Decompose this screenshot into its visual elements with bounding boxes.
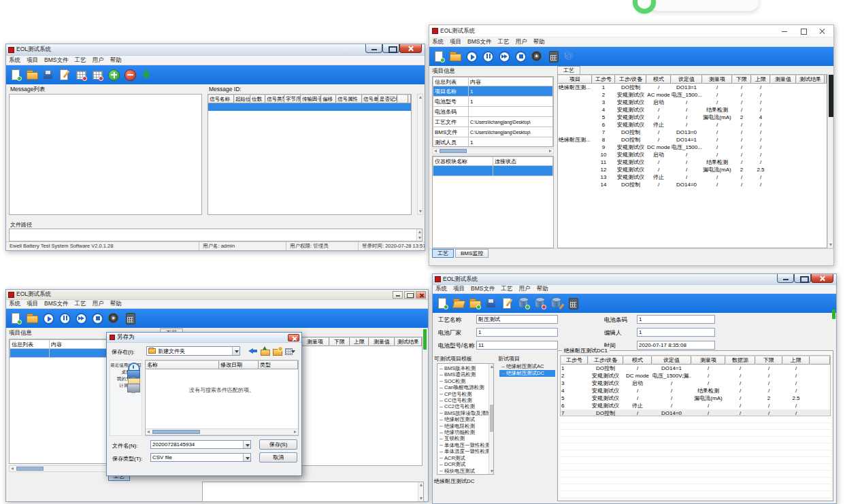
list-item[interactable]: 绝缘功能检测 (437, 429, 488, 435)
battery-barcode-input[interactable] (637, 315, 715, 324)
column-header[interactable]: 信号名称 (208, 95, 234, 103)
column-header[interactable]: 字节序 (284, 95, 301, 103)
new-doc-button[interactable] (10, 312, 22, 325)
column-header[interactable] (397, 95, 408, 103)
dialog-titlebar[interactable]: 另存为 (107, 333, 301, 343)
dropdown-arrow-icon[interactable] (243, 454, 250, 461)
file-name-combo[interactable] (150, 440, 251, 449)
menu-item[interactable]: 工艺 (501, 285, 512, 293)
save-button[interactable] (42, 68, 54, 82)
info-row[interactable]: 工艺文件C:\Users\lichangjiang\Desktop\ (433, 117, 553, 127)
table-row[interactable]: 12安规测试仪//漏电流(mA)22.5 (558, 166, 827, 173)
menu-item[interactable]: BMS文件 (467, 38, 491, 46)
info-row[interactable]: 电池型号1 (433, 97, 553, 107)
menu-item[interactable]: 项目 (27, 56, 38, 65)
table-row[interactable]: 4安规测试仪//结果检测/// (561, 387, 830, 394)
file-type-combo[interactable]: CSV file (150, 453, 251, 462)
menu-item[interactable]: 用户 (515, 38, 527, 46)
play-button[interactable] (42, 312, 54, 325)
maximize-button[interactable] (794, 25, 813, 37)
titlebar[interactable]: EOL测试系统 (429, 25, 833, 37)
horizontal-scrollbar[interactable] (146, 429, 298, 435)
scroll-thumb[interactable] (829, 75, 833, 117)
table-row[interactable]: 3安规测试仪启动///// (561, 380, 830, 387)
scroll-thumb[interactable] (423, 329, 427, 350)
menu-item[interactable]: BMS文件 (44, 56, 68, 65)
menu-item[interactable]: BMS文件 (44, 300, 68, 308)
column-header[interactable]: 起始位 (234, 95, 250, 103)
column-header[interactable]: 工步号 (561, 356, 588, 365)
column-header[interactable] (408, 95, 411, 103)
selected-row[interactable] (208, 103, 411, 111)
table-row[interactable]: 3安规测试仪启动//// (558, 99, 827, 106)
file-list[interactable]: 名称修改日期类型 没有与搜索条件匹配的项。 (145, 360, 299, 436)
list-item[interactable]: 自定义 (437, 474, 488, 475)
pause-button[interactable] (482, 50, 494, 63)
list-item[interactable]: ACR测试 (437, 455, 488, 461)
close-button[interactable] (416, 291, 426, 299)
column-header[interactable]: 信息列表 (433, 78, 469, 86)
open-folder-button[interactable] (449, 50, 461, 63)
column-header[interactable]: 设定值 (652, 356, 691, 365)
group-item[interactable]: 绝缘耐压测试DC (499, 370, 555, 377)
table-row[interactable]: 6安规测试仪停止//// (558, 121, 827, 129)
close-button[interactable] (399, 44, 422, 53)
db-edit-button[interactable] (550, 297, 563, 310)
location-dropdown[interactable]: 新建文件夹 (146, 346, 240, 356)
refresh-button[interactable] (563, 50, 576, 63)
scroll-thumb[interactable] (440, 149, 467, 153)
place-recent[interactable]: 最近使用的项目 (110, 363, 142, 367)
cancel-button[interactable]: 取消 (259, 452, 297, 463)
bottom-tab[interactable]: BMS监控 (455, 249, 488, 258)
scroll-thumb[interactable] (16, 467, 44, 471)
column-header[interactable]: 上限 (782, 356, 810, 365)
file-path-box[interactable] (9, 229, 422, 241)
up-folder-icon[interactable] (260, 346, 271, 356)
message-list-panel[interactable] (9, 94, 202, 215)
list-item[interactable]: BMS版本检测 (437, 365, 488, 371)
column-header[interactable]: 仪器模块名称 (433, 157, 493, 166)
process-table[interactable]: 项目工步号工步/设备模式设定值测量项下限上限测量值测试结果 绝缘耐压测...1D… (557, 74, 827, 248)
dialog-close-button[interactable] (288, 334, 299, 341)
column-header[interactable]: 内容 (469, 78, 553, 86)
table-row[interactable]: 10安规测试仪启动//// (558, 151, 827, 158)
horizontal-scrollbar[interactable] (432, 148, 554, 154)
menu-item[interactable]: 项目 (27, 300, 38, 308)
table-row[interactable]: 2安规测试仪AC mode电压_1500.../// (558, 91, 827, 99)
table-row[interactable]: 绝缘耐压测...1DO控制/DO13=1/// (558, 84, 827, 91)
scroll-thumb[interactable] (152, 430, 200, 434)
column-header[interactable]: 信号单位 (362, 95, 378, 103)
menu-item[interactable]: 帮助 (110, 56, 121, 65)
column-header[interactable]: 名称 (146, 360, 219, 369)
column-header[interactable]: 连接状态 (493, 157, 553, 166)
column-header[interactable]: 模式 (646, 75, 671, 84)
menu-item[interactable]: 工艺 (74, 300, 86, 308)
close-button[interactable] (813, 25, 832, 37)
vertical-scrollbar[interactable] (417, 94, 423, 215)
process-name-input[interactable] (476, 315, 558, 324)
save-button[interactable] (485, 297, 497, 310)
table-row[interactable]: 13安规测试仪停止//// (558, 173, 827, 181)
maximize-button[interactable] (794, 274, 811, 283)
menu-item[interactable]: BMS文件 (471, 285, 495, 293)
titlebar[interactable]: EOL测试系统 (6, 290, 428, 300)
column-header[interactable]: 工步号 (592, 75, 615, 84)
column-header[interactable]: 测量项 (301, 337, 329, 346)
column-header[interactable]: 测量值 (369, 337, 395, 346)
column-header[interactable]: 测试结果 (796, 75, 825, 84)
list-item[interactable]: BMS通讯检测 (437, 371, 488, 377)
menu-item[interactable]: 系统 (9, 56, 20, 65)
process-tab[interactable]: 工艺 (557, 66, 580, 74)
info-row[interactable]: BMS文件C:\Users\lichangjiang\Desktop\ (433, 127, 553, 137)
place-desktop[interactable]: 桌面 (110, 369, 142, 374)
list-item[interactable]: 绝缘耐压测试 (437, 416, 488, 422)
signal-table[interactable]: 信号名称起始位位数信号类型字节序传输因子偏移信号属性信号单位是否记录 (208, 94, 412, 215)
calculator-button[interactable] (547, 50, 559, 63)
info-row[interactable]: 项目名称1 (433, 86, 553, 97)
menu-item[interactable]: 帮助 (536, 285, 548, 293)
menu-item[interactable]: 工艺 (497, 38, 509, 46)
list-item[interactable]: 模块电压测试 (437, 468, 488, 474)
dropdown-arrow-icon[interactable] (243, 441, 250, 448)
place-computer[interactable]: 计算机 (110, 383, 142, 388)
open-folder-button[interactable] (452, 297, 465, 310)
